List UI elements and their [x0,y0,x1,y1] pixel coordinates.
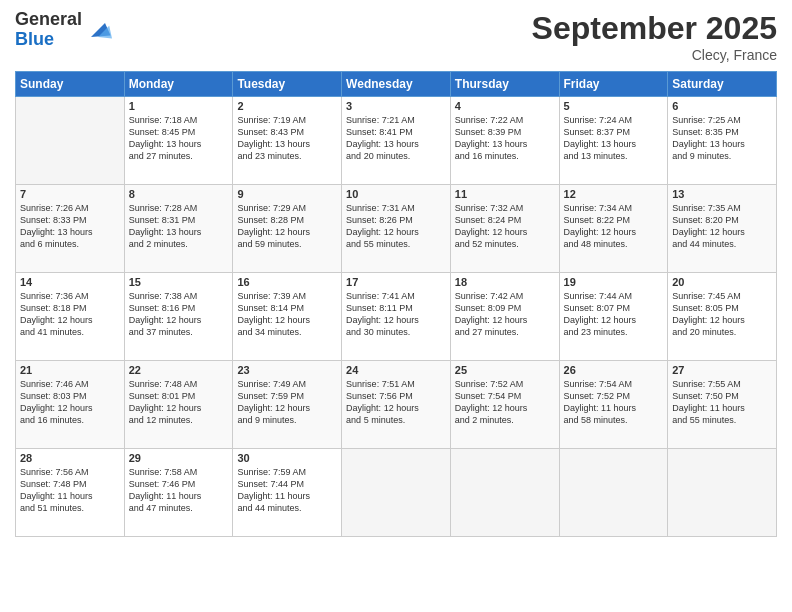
logo-blue: Blue [15,29,54,49]
day-number: 29 [129,452,229,464]
day-info: Sunrise: 7:56 AM Sunset: 7:48 PM Dayligh… [20,466,120,515]
day-info: Sunrise: 7:32 AM Sunset: 8:24 PM Dayligh… [455,202,555,251]
calendar-cell [668,449,777,537]
calendar-cell: 25Sunrise: 7:52 AM Sunset: 7:54 PM Dayli… [450,361,559,449]
day-info: Sunrise: 7:42 AM Sunset: 8:09 PM Dayligh… [455,290,555,339]
day-info: Sunrise: 7:51 AM Sunset: 7:56 PM Dayligh… [346,378,446,427]
day-info: Sunrise: 7:22 AM Sunset: 8:39 PM Dayligh… [455,114,555,163]
day-info: Sunrise: 7:29 AM Sunset: 8:28 PM Dayligh… [237,202,337,251]
day-info: Sunrise: 7:41 AM Sunset: 8:11 PM Dayligh… [346,290,446,339]
title-block: September 2025 Clecy, France [532,10,777,63]
weekday-header: Saturday [668,72,777,97]
calendar-cell: 19Sunrise: 7:44 AM Sunset: 8:07 PM Dayli… [559,273,668,361]
calendar-cell: 28Sunrise: 7:56 AM Sunset: 7:48 PM Dayli… [16,449,125,537]
calendar-cell: 10Sunrise: 7:31 AM Sunset: 8:26 PM Dayli… [342,185,451,273]
day-number: 11 [455,188,555,200]
calendar-cell: 26Sunrise: 7:54 AM Sunset: 7:52 PM Dayli… [559,361,668,449]
day-number: 5 [564,100,664,112]
calendar-cell: 24Sunrise: 7:51 AM Sunset: 7:56 PM Dayli… [342,361,451,449]
day-number: 8 [129,188,229,200]
day-info: Sunrise: 7:44 AM Sunset: 8:07 PM Dayligh… [564,290,664,339]
day-info: Sunrise: 7:59 AM Sunset: 7:44 PM Dayligh… [237,466,337,515]
day-number: 12 [564,188,664,200]
calendar-cell [450,449,559,537]
weekday-header: Friday [559,72,668,97]
day-info: Sunrise: 7:38 AM Sunset: 8:16 PM Dayligh… [129,290,229,339]
day-number: 10 [346,188,446,200]
day-number: 21 [20,364,120,376]
weekday-header: Tuesday [233,72,342,97]
day-number: 23 [237,364,337,376]
calendar-cell: 22Sunrise: 7:48 AM Sunset: 8:01 PM Dayli… [124,361,233,449]
calendar-cell: 8Sunrise: 7:28 AM Sunset: 8:31 PM Daylig… [124,185,233,273]
day-info: Sunrise: 7:34 AM Sunset: 8:22 PM Dayligh… [564,202,664,251]
calendar-cell: 3Sunrise: 7:21 AM Sunset: 8:41 PM Daylig… [342,97,451,185]
day-number: 22 [129,364,229,376]
logo-general: General [15,9,82,29]
calendar-cell: 11Sunrise: 7:32 AM Sunset: 8:24 PM Dayli… [450,185,559,273]
day-info: Sunrise: 7:25 AM Sunset: 8:35 PM Dayligh… [672,114,772,163]
weekday-header: Monday [124,72,233,97]
calendar-week-row: 14Sunrise: 7:36 AM Sunset: 8:18 PM Dayli… [16,273,777,361]
day-number: 20 [672,276,772,288]
day-info: Sunrise: 7:18 AM Sunset: 8:45 PM Dayligh… [129,114,229,163]
calendar-cell: 16Sunrise: 7:39 AM Sunset: 8:14 PM Dayli… [233,273,342,361]
calendar-cell: 2Sunrise: 7:19 AM Sunset: 8:43 PM Daylig… [233,97,342,185]
calendar: SundayMondayTuesdayWednesdayThursdayFrid… [15,71,777,537]
day-number: 15 [129,276,229,288]
weekday-header-row: SundayMondayTuesdayWednesdayThursdayFrid… [16,72,777,97]
logo: General Blue [15,10,112,50]
logo-icon [84,16,112,44]
calendar-week-row: 21Sunrise: 7:46 AM Sunset: 8:03 PM Dayli… [16,361,777,449]
day-info: Sunrise: 7:52 AM Sunset: 7:54 PM Dayligh… [455,378,555,427]
day-number: 7 [20,188,120,200]
day-number: 4 [455,100,555,112]
day-number: 17 [346,276,446,288]
calendar-cell: 13Sunrise: 7:35 AM Sunset: 8:20 PM Dayli… [668,185,777,273]
weekday-header: Sunday [16,72,125,97]
calendar-week-row: 28Sunrise: 7:56 AM Sunset: 7:48 PM Dayli… [16,449,777,537]
calendar-cell: 17Sunrise: 7:41 AM Sunset: 8:11 PM Dayli… [342,273,451,361]
day-number: 2 [237,100,337,112]
day-info: Sunrise: 7:55 AM Sunset: 7:50 PM Dayligh… [672,378,772,427]
calendar-cell: 5Sunrise: 7:24 AM Sunset: 8:37 PM Daylig… [559,97,668,185]
weekday-header: Thursday [450,72,559,97]
day-number: 24 [346,364,446,376]
day-number: 3 [346,100,446,112]
day-number: 25 [455,364,555,376]
calendar-week-row: 7Sunrise: 7:26 AM Sunset: 8:33 PM Daylig… [16,185,777,273]
day-info: Sunrise: 7:26 AM Sunset: 8:33 PM Dayligh… [20,202,120,251]
month-title: September 2025 [532,10,777,47]
calendar-cell: 27Sunrise: 7:55 AM Sunset: 7:50 PM Dayli… [668,361,777,449]
day-info: Sunrise: 7:35 AM Sunset: 8:20 PM Dayligh… [672,202,772,251]
day-number: 30 [237,452,337,464]
calendar-cell: 30Sunrise: 7:59 AM Sunset: 7:44 PM Dayli… [233,449,342,537]
calendar-cell: 6Sunrise: 7:25 AM Sunset: 8:35 PM Daylig… [668,97,777,185]
calendar-cell: 1Sunrise: 7:18 AM Sunset: 8:45 PM Daylig… [124,97,233,185]
day-info: Sunrise: 7:45 AM Sunset: 8:05 PM Dayligh… [672,290,772,339]
day-number: 14 [20,276,120,288]
day-info: Sunrise: 7:28 AM Sunset: 8:31 PM Dayligh… [129,202,229,251]
logo-text: General Blue [15,10,82,50]
day-info: Sunrise: 7:36 AM Sunset: 8:18 PM Dayligh… [20,290,120,339]
calendar-cell: 20Sunrise: 7:45 AM Sunset: 8:05 PM Dayli… [668,273,777,361]
calendar-cell: 21Sunrise: 7:46 AM Sunset: 8:03 PM Dayli… [16,361,125,449]
day-number: 9 [237,188,337,200]
day-number: 28 [20,452,120,464]
calendar-cell: 9Sunrise: 7:29 AM Sunset: 8:28 PM Daylig… [233,185,342,273]
calendar-cell: 18Sunrise: 7:42 AM Sunset: 8:09 PM Dayli… [450,273,559,361]
calendar-cell: 15Sunrise: 7:38 AM Sunset: 8:16 PM Dayli… [124,273,233,361]
header: General Blue September 2025 Clecy, Franc… [15,10,777,63]
day-number: 6 [672,100,772,112]
day-number: 27 [672,364,772,376]
day-info: Sunrise: 7:24 AM Sunset: 8:37 PM Dayligh… [564,114,664,163]
page: General Blue September 2025 Clecy, Franc… [0,0,792,612]
day-number: 16 [237,276,337,288]
calendar-cell: 12Sunrise: 7:34 AM Sunset: 8:22 PM Dayli… [559,185,668,273]
calendar-cell: 4Sunrise: 7:22 AM Sunset: 8:39 PM Daylig… [450,97,559,185]
day-number: 19 [564,276,664,288]
calendar-cell: 29Sunrise: 7:58 AM Sunset: 7:46 PM Dayli… [124,449,233,537]
location: Clecy, France [532,47,777,63]
day-number: 1 [129,100,229,112]
day-number: 18 [455,276,555,288]
